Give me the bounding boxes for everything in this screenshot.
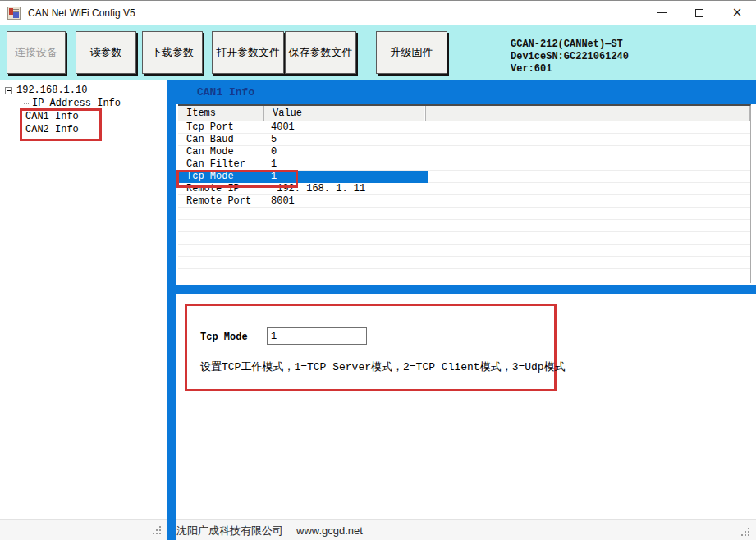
params-table: Items Value Tcp Port 4001 Can Baud 5 Can… (178, 104, 751, 283)
cell-value: 1 (264, 171, 426, 183)
cell-value: 5 (264, 134, 426, 146)
table-body: Tcp Port 4001 Can Baud 5 Can Mode 0 Can … (178, 121, 750, 283)
device-model: GCAN-212(CANNet)—ST (511, 39, 629, 51)
detail-panel: Tcp Mode 设置TCP工作模式，1=TCP Server模式，2=TCP … (176, 294, 756, 519)
maximize-icon (695, 9, 703, 17)
cell-value: 1 (264, 158, 426, 171)
read-params-button[interactable]: 读参数 (76, 31, 136, 74)
tree-item-label: CAN2 Info (25, 123, 79, 136)
cell-item: Can Baud (178, 134, 264, 146)
save-params-file-button[interactable]: 保存参数文件 (285, 31, 356, 74)
collapse-icon[interactable] (5, 87, 12, 94)
column-header-empty[interactable] (426, 106, 750, 121)
tcp-mode-label: Tcp Mode (200, 332, 248, 343)
tree-branch-icon (17, 117, 24, 117)
panel-splitter[interactable] (167, 80, 176, 540)
cell-item: Can Filter (178, 158, 264, 171)
table-row-can-filter[interactable]: Can Filter 1 (178, 158, 750, 171)
upgrade-firmware-button[interactable]: 升级固件 (376, 31, 447, 74)
cell-value: 4001 (264, 121, 426, 134)
table-row-remote-port[interactable]: Remote Port 8001 (178, 195, 750, 208)
column-header-value[interactable]: Value (264, 106, 426, 121)
tree-item-can1-info[interactable]: CAN1 Info (0, 110, 162, 123)
cell-item: Tcp Mode (178, 171, 264, 183)
table-row-tcp-port[interactable]: Tcp Port 4001 (178, 121, 750, 134)
cell-item: Tcp Port (178, 121, 264, 134)
window-title: CAN Net WiFi Config V5 (28, 7, 135, 19)
tree-item-can2-info[interactable]: CAN2 Info (0, 123, 162, 136)
title-bar: CAN Net WiFi Config V5 × (0, 0, 756, 25)
resize-grip-left[interactable] (153, 526, 154, 528)
tree-branch-icon (24, 103, 30, 104)
company-name: 沈阳广成科技有限公司 (176, 524, 283, 538)
maximize-button[interactable] (680, 1, 718, 25)
cell-value: 8001 (264, 195, 426, 208)
close-icon: × (732, 7, 743, 19)
detail-annotation-red-box (185, 304, 557, 391)
device-serial: DeviceSN:GC221061240 (511, 51, 629, 63)
device-tree-panel: 192.168.1.10 IP Address Info CAN1 Info C… (0, 80, 162, 519)
tree-root-label: 192.168.1.10 (16, 85, 87, 96)
column-header-items[interactable]: Items (178, 106, 264, 121)
table-row-tcp-mode-selected[interactable]: Tcp Mode 1 (178, 171, 750, 183)
window-controls: × (643, 1, 756, 25)
main-panel: CAN1 Info Items Value Tcp Port 4001 Can … (176, 80, 756, 519)
website-link: www.gcgd.net (296, 524, 363, 537)
tree-branch-icon (17, 130, 24, 130)
table-row-can-mode[interactable]: Can Mode 0 (178, 146, 750, 158)
table-header: Items Value (178, 106, 750, 121)
status-text: 沈阳广成科技有限公司 www.gcgd.net (176, 520, 363, 540)
minimize-icon (657, 12, 667, 13)
tree-children: IP Address Info CAN1 Info CAN2 Info (0, 97, 162, 136)
connect-device-button[interactable]: 连接设备 (7, 31, 66, 74)
cell-value: 192. 168. 1. 11 (264, 183, 426, 195)
table-row-can-baud[interactable]: Can Baud 5 (178, 134, 750, 146)
tcp-mode-input[interactable] (267, 327, 367, 345)
cell-item: Can Mode (178, 146, 264, 158)
cell-item: Remote IP (178, 183, 264, 195)
device-version: Ver:601 (511, 63, 629, 76)
status-bar: 沈阳广成科技有限公司 www.gcgd.net (0, 519, 756, 540)
tree-item-ip-address-info[interactable]: IP Address Info (0, 97, 162, 110)
download-params-button[interactable]: 下载参数 (142, 31, 203, 74)
device-info: GCAN-212(CANNet)—ST DeviceSN:GC221061240… (511, 39, 629, 76)
tree-item-label: CAN1 Info (25, 110, 79, 123)
table-row-remote-ip[interactable]: Remote IP 192. 168. 1. 11 (178, 183, 750, 195)
section-caption: CAN1 Info (176, 80, 756, 104)
resize-grip-corner[interactable] (741, 528, 743, 529)
cell-item: Remote Port (178, 195, 264, 208)
horizontal-divider (176, 285, 756, 294)
tree-item-label: IP Address Info (32, 97, 121, 110)
tree-root-node[interactable]: 192.168.1.10 (5, 85, 87, 96)
app-icon (7, 7, 21, 20)
open-params-file-button[interactable]: 打开参数文件 (212, 31, 284, 74)
cell-value: 0 (264, 146, 426, 158)
tcp-mode-description: 设置TCP工作模式，1=TCP Server模式，2=TCP Client模式，… (200, 359, 566, 374)
minimize-button[interactable] (643, 1, 680, 25)
toolbar: 连接设备 读参数 下载参数 打开参数文件 保存参数文件 升级固件 GCAN-21… (0, 25, 756, 80)
close-button[interactable]: × (718, 1, 756, 25)
